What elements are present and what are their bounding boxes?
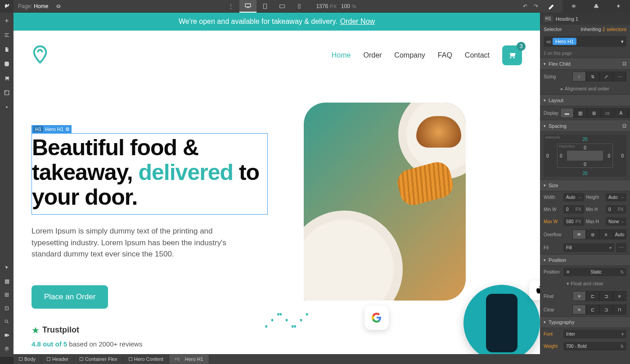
tab-settings[interactable]	[562, 0, 585, 13]
gear-icon[interactable]: ⚙	[65, 126, 70, 132]
page-name[interactable]: Home	[34, 3, 48, 9]
brand-logo[interactable]	[32, 45, 50, 66]
float-clear-toggle[interactable]: ▾ Float and clear	[540, 278, 630, 289]
maxh-input[interactable]: None–	[606, 217, 626, 226]
search-icon[interactable]	[3, 318, 10, 325]
sizing-none[interactable]: ⤢	[599, 72, 613, 81]
nav-contact[interactable]: Contact	[465, 51, 490, 59]
minh-input[interactable]: 0PX	[606, 205, 626, 214]
font-select[interactable]: Inter▾	[563, 330, 626, 338]
display-inline[interactable]: A	[614, 108, 628, 118]
device-tablet-landscape[interactable]	[274, 0, 291, 13]
section-flex-child[interactable]: ▾Flex Child⊡	[540, 58, 630, 70]
section-typography[interactable]: ▾Typography	[540, 316, 630, 328]
weight-select[interactable]: 700 - Bold⇅	[563, 342, 626, 351]
display-grid[interactable]: ⊞	[587, 108, 601, 118]
assets-icon[interactable]	[3, 89, 10, 96]
phone-circle	[464, 285, 540, 355]
spacing-editor[interactable]: MARGIN 20 20 0 0 PADDING 0 0 0 0	[544, 135, 626, 177]
ecommerce-icon[interactable]	[3, 75, 10, 82]
sizing-more[interactable]: ⋯	[613, 72, 626, 81]
display-none[interactable]: ⊘	[628, 108, 630, 118]
tool-c-icon[interactable]: ⊞	[3, 291, 10, 298]
tab-interactions[interactable]	[608, 0, 630, 13]
banner-link[interactable]: Order Now	[340, 18, 375, 26]
class-tag[interactable]: Hero H1	[553, 38, 576, 45]
hero-heading[interactable]: Beautiful food & takeaway, delivered to …	[32, 135, 263, 210]
width-input[interactable]: Auto–	[563, 193, 584, 202]
clear-none[interactable]: ✕	[572, 305, 586, 315]
selected-element-outline[interactable]: Beautiful food & takeaway, delivered to …	[32, 133, 268, 215]
overflow-auto[interactable]: Auto	[613, 229, 626, 239]
fit-select[interactable]: Fill▾	[563, 243, 614, 252]
tool-b-icon[interactable]: ▦	[3, 278, 10, 285]
section-spacing[interactable]: ▾Spacing⊡	[540, 120, 630, 132]
float-none[interactable]: ✕	[572, 291, 586, 301]
selector-input[interactable]: ▭ Hero H1 ▾	[544, 36, 626, 47]
chevron-down-icon[interactable]: ▾	[621, 39, 624, 45]
float-left[interactable]: ⊏	[586, 291, 599, 301]
crumb-header[interactable]: Header	[41, 355, 74, 364]
reset-icon[interactable]: ⊡	[622, 61, 626, 67]
canvas-width[interactable]: 1376	[316, 3, 328, 9]
settings-icon[interactable]	[3, 103, 10, 111]
display-flex[interactable]: ▥	[574, 108, 587, 118]
crumb-hero-h1[interactable]: H1 Hero H1	[169, 355, 209, 364]
display-block[interactable]: ▬	[560, 108, 574, 118]
float-both[interactable]: ≡	[613, 291, 626, 301]
video-icon[interactable]	[3, 332, 10, 339]
device-desktop[interactable]	[239, 0, 256, 13]
more-icon[interactable]: ⋮	[222, 0, 239, 13]
device-mobile[interactable]	[291, 0, 308, 13]
canvas-zoom[interactable]: 100	[341, 3, 350, 9]
section-size[interactable]: ▾Size	[540, 180, 630, 191]
expand-icon[interactable]: ⊡	[622, 123, 626, 129]
cta-button[interactable]: Place an Order	[32, 285, 108, 309]
tab-style-manager[interactable]	[585, 0, 608, 13]
crumb-container[interactable]: Container Flex	[74, 355, 123, 364]
alignment-order[interactable]: ▸ Alignment and order	[540, 83, 630, 94]
sizing-grow[interactable]: ⇅	[586, 72, 599, 81]
section-position[interactable]: ▾Position	[540, 254, 630, 266]
float-right[interactable]: ⊐	[599, 291, 613, 301]
webflow-logo[interactable]	[0, 0, 14, 13]
clear-right[interactable]: ⊐	[599, 305, 613, 315]
fit-more[interactable]: ⋯	[616, 243, 626, 252]
overflow-scroll[interactable]: ≡	[599, 229, 613, 239]
inheriting-link[interactable]: 2 selectors	[603, 27, 626, 32]
preview-icon[interactable]	[55, 3, 62, 9]
canvas-zoom-unit: %	[352, 4, 356, 9]
position-select[interactable]: ✕ Static⇅	[563, 268, 626, 276]
pages-icon[interactable]	[3, 46, 10, 53]
svg-rect-3	[280, 4, 285, 8]
help-icon[interactable]: ?	[3, 345, 10, 352]
sizing-shrink[interactable]: ↕	[572, 72, 586, 81]
section-layout[interactable]: ▾Layout	[540, 94, 630, 106]
device-tablet[interactable]	[256, 0, 274, 13]
nav-order[interactable]: Order	[363, 51, 382, 59]
minw-input[interactable]: 0PX	[563, 205, 584, 214]
height-input[interactable]: Auto–	[606, 193, 626, 202]
crumb-body[interactable]: Body	[14, 355, 41, 364]
tab-style[interactable]	[540, 0, 562, 13]
canvas[interactable]: We're open and available for takeaway & …	[14, 13, 540, 354]
hero-paragraph[interactable]: Lorem Ipsum is simply dummy text of the …	[32, 225, 248, 260]
sel-tag: H1	[33, 126, 43, 132]
cms-icon[interactable]	[3, 60, 10, 67]
display-inline-block[interactable]: ▭	[601, 108, 614, 118]
nav-faq[interactable]: FAQ	[438, 51, 452, 59]
maxw-input[interactable]: 580PX	[563, 217, 584, 226]
tool-d-icon[interactable]: ⊡	[3, 305, 10, 312]
overflow-visible[interactable]: 👁	[572, 229, 586, 239]
add-icon[interactable]	[3, 17, 10, 24]
selection-badge[interactable]: H1 Hero H1 ⚙	[32, 125, 72, 133]
crumb-hero-content[interactable]: Hero Content	[123, 355, 169, 364]
nav-company[interactable]: Company	[394, 51, 425, 59]
nav-home[interactable]: Home	[332, 51, 351, 59]
overflow-hidden[interactable]: ⊘	[586, 229, 599, 239]
clear-both[interactable]: ⊓	[613, 305, 626, 315]
tool-select-icon[interactable]	[3, 264, 10, 271]
navigator-icon[interactable]	[3, 31, 10, 39]
clear-left[interactable]: ⊏	[586, 305, 599, 315]
cart-button[interactable]: 3	[502, 45, 522, 65]
